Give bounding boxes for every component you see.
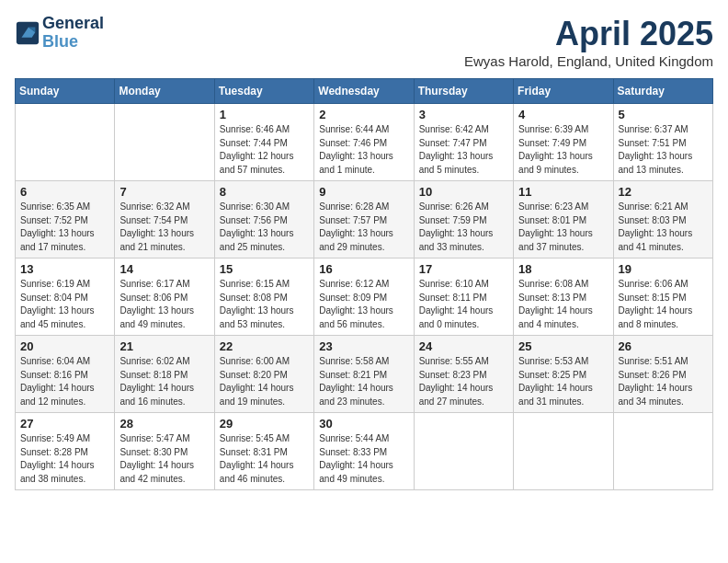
day-info: Sunrise: 6:12 AM Sunset: 8:09 PM Dayligh… [319, 278, 408, 331]
calendar-cell: 13Sunrise: 6:19 AM Sunset: 8:04 PM Dayli… [16, 259, 115, 336]
day-info: Sunrise: 5:55 AM Sunset: 8:23 PM Dayligh… [419, 355, 508, 408]
day-info: Sunrise: 6:19 AM Sunset: 8:04 PM Dayligh… [20, 278, 109, 331]
day-info: Sunrise: 6:42 AM Sunset: 7:47 PM Dayligh… [419, 123, 508, 177]
calendar-cell: 24Sunrise: 5:55 AM Sunset: 8:23 PM Dayli… [414, 336, 513, 413]
location-subtitle: Ewyas Harold, England, United Kingdom [464, 53, 713, 69]
day-number: 2 [319, 108, 408, 121]
calendar-cell [514, 413, 613, 490]
day-info: Sunrise: 6:35 AM Sunset: 7:52 PM Dayligh… [20, 201, 109, 254]
calendar-cell: 11Sunrise: 6:23 AM Sunset: 8:01 PM Dayli… [514, 181, 613, 259]
calendar-cell: 16Sunrise: 6:12 AM Sunset: 8:09 PM Dayli… [314, 259, 414, 336]
day-number: 26 [619, 339, 708, 353]
day-info: Sunrise: 6:10 AM Sunset: 8:11 PM Dayligh… [419, 278, 508, 331]
day-info: Sunrise: 6:32 AM Sunset: 7:54 PM Dayligh… [119, 201, 209, 254]
day-info: Sunrise: 6:44 AM Sunset: 7:46 PM Dayligh… [319, 123, 408, 177]
day-number: 23 [319, 339, 408, 353]
day-info: Sunrise: 6:23 AM Sunset: 8:01 PM Dayligh… [518, 201, 608, 254]
calendar-cell: 18Sunrise: 6:08 AM Sunset: 8:13 PM Dayli… [514, 259, 613, 336]
day-number: 5 [619, 108, 708, 121]
calendar-cell: 30Sunrise: 5:44 AM Sunset: 8:33 PM Dayli… [314, 413, 414, 490]
day-number: 13 [20, 262, 109, 276]
calendar-cell: 17Sunrise: 6:10 AM Sunset: 8:11 PM Dayli… [414, 259, 513, 336]
day-number: 1 [220, 108, 309, 121]
calendar-cell: 29Sunrise: 5:45 AM Sunset: 8:31 PM Dayli… [214, 413, 313, 490]
day-info: Sunrise: 6:21 AM Sunset: 8:03 PM Dayligh… [619, 201, 708, 254]
day-number: 22 [220, 339, 309, 353]
day-info: Sunrise: 5:47 AM Sunset: 8:30 PM Dayligh… [119, 432, 209, 486]
calendar-cell: 22Sunrise: 6:00 AM Sunset: 8:20 PM Dayli… [214, 336, 313, 413]
calendar-week-5: 27Sunrise: 5:49 AM Sunset: 8:28 PM Dayli… [16, 413, 713, 490]
calendar-cell: 8Sunrise: 6:30 AM Sunset: 7:56 PM Daylig… [214, 181, 313, 259]
calendar-cell: 10Sunrise: 6:26 AM Sunset: 7:59 PM Dayli… [414, 181, 513, 259]
day-info: Sunrise: 6:15 AM Sunset: 8:08 PM Dayligh… [220, 278, 309, 331]
day-number: 16 [319, 262, 408, 276]
calendar-week-2: 6Sunrise: 6:35 AM Sunset: 7:52 PM Daylig… [16, 181, 713, 259]
logo-icon [15, 20, 40, 46]
day-number: 19 [619, 262, 708, 276]
day-number: 10 [419, 185, 508, 199]
logo: GeneralBlue [15, 15, 104, 52]
calendar-week-4: 20Sunrise: 6:04 AM Sunset: 8:16 PM Dayli… [16, 336, 713, 413]
calendar-cell: 23Sunrise: 5:58 AM Sunset: 8:21 PM Dayli… [314, 336, 414, 413]
day-header-tuesday: Tuesday [214, 79, 313, 104]
day-number: 20 [20, 339, 109, 353]
day-number: 28 [119, 417, 209, 431]
day-info: Sunrise: 6:04 AM Sunset: 8:16 PM Dayligh… [20, 355, 109, 408]
day-info: Sunrise: 6:30 AM Sunset: 7:56 PM Dayligh… [220, 201, 309, 254]
day-info: Sunrise: 6:08 AM Sunset: 8:13 PM Dayligh… [518, 278, 608, 331]
day-info: Sunrise: 5:53 AM Sunset: 8:25 PM Dayligh… [518, 355, 608, 408]
day-number: 6 [20, 185, 109, 199]
calendar-cell: 6Sunrise: 6:35 AM Sunset: 7:52 PM Daylig… [16, 181, 115, 259]
calendar-cell: 14Sunrise: 6:17 AM Sunset: 8:06 PM Dayli… [115, 259, 214, 336]
calendar-cell: 3Sunrise: 6:42 AM Sunset: 7:47 PM Daylig… [414, 104, 513, 181]
day-number: 24 [419, 339, 508, 353]
logo-text: GeneralBlue [42, 15, 104, 52]
day-number: 18 [518, 262, 608, 276]
day-header-sunday: Sunday [16, 79, 115, 104]
day-number: 21 [119, 339, 209, 353]
calendar-cell: 4Sunrise: 6:39 AM Sunset: 7:49 PM Daylig… [514, 104, 613, 181]
day-number: 4 [518, 108, 608, 121]
day-number: 30 [319, 417, 408, 431]
day-info: Sunrise: 5:44 AM Sunset: 8:33 PM Dayligh… [319, 432, 408, 486]
calendar-cell: 7Sunrise: 6:32 AM Sunset: 7:54 PM Daylig… [115, 181, 214, 259]
calendar-cell: 12Sunrise: 6:21 AM Sunset: 8:03 PM Dayli… [613, 181, 712, 259]
day-number: 29 [220, 417, 309, 431]
day-header-monday: Monday [115, 79, 214, 104]
calendar-cell: 20Sunrise: 6:04 AM Sunset: 8:16 PM Dayli… [16, 336, 115, 413]
day-info: Sunrise: 6:17 AM Sunset: 8:06 PM Dayligh… [119, 278, 209, 331]
calendar-week-1: 1Sunrise: 6:46 AM Sunset: 7:44 PM Daylig… [16, 104, 713, 181]
calendar-cell [115, 104, 214, 181]
calendar-cell: 21Sunrise: 6:02 AM Sunset: 8:18 PM Dayli… [115, 336, 214, 413]
day-number: 3 [419, 108, 508, 121]
calendar-cell: 28Sunrise: 5:47 AM Sunset: 8:30 PM Dayli… [115, 413, 214, 490]
day-info: Sunrise: 5:51 AM Sunset: 8:26 PM Dayligh… [619, 355, 708, 408]
day-number: 9 [319, 185, 408, 199]
day-number: 12 [619, 185, 708, 199]
day-info: Sunrise: 6:37 AM Sunset: 7:51 PM Dayligh… [619, 123, 708, 177]
day-number: 8 [220, 185, 309, 199]
day-info: Sunrise: 6:46 AM Sunset: 7:44 PM Dayligh… [220, 123, 309, 177]
day-header-saturday: Saturday [613, 79, 712, 104]
calendar-cell: 5Sunrise: 6:37 AM Sunset: 7:51 PM Daylig… [613, 104, 712, 181]
day-header-friday: Friday [514, 79, 613, 104]
day-number: 27 [20, 417, 109, 431]
month-title: April 2025 [464, 15, 713, 53]
day-info: Sunrise: 5:49 AM Sunset: 8:28 PM Dayligh… [20, 432, 109, 486]
calendar-week-3: 13Sunrise: 6:19 AM Sunset: 8:04 PM Dayli… [16, 259, 713, 336]
day-info: Sunrise: 6:26 AM Sunset: 7:59 PM Dayligh… [419, 201, 508, 254]
day-number: 25 [518, 339, 608, 353]
calendar-cell: 1Sunrise: 6:46 AM Sunset: 7:44 PM Daylig… [214, 104, 313, 181]
day-info: Sunrise: 6:39 AM Sunset: 7:49 PM Dayligh… [518, 123, 608, 177]
day-info: Sunrise: 6:06 AM Sunset: 8:15 PM Dayligh… [619, 278, 708, 331]
day-number: 11 [518, 185, 608, 199]
calendar-cell: 25Sunrise: 5:53 AM Sunset: 8:25 PM Dayli… [514, 336, 613, 413]
calendar-cell [613, 413, 712, 490]
day-number: 15 [220, 262, 309, 276]
day-header-wednesday: Wednesday [314, 79, 414, 104]
calendar-cell [414, 413, 513, 490]
day-number: 14 [119, 262, 209, 276]
calendar-table: SundayMondayTuesdayWednesdayThursdayFrid… [15, 78, 713, 490]
day-info: Sunrise: 6:02 AM Sunset: 8:18 PM Dayligh… [119, 355, 209, 408]
title-area: April 2025 Ewyas Harold, England, United… [464, 15, 713, 69]
